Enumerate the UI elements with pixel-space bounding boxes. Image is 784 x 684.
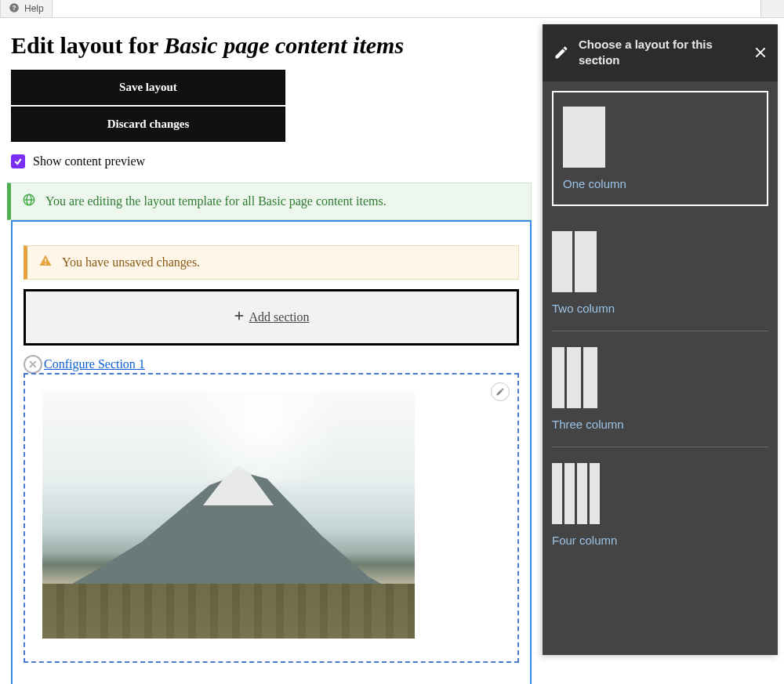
layout-option-label: Two column xyxy=(552,302,768,315)
help-tab[interactable]: ? Help xyxy=(0,0,53,17)
page-title: Edit layout for Basic page content items xyxy=(11,32,532,59)
layout-icon-2col xyxy=(552,231,768,292)
discard-changes-button[interactable]: Discard changes xyxy=(11,107,285,142)
plus-icon xyxy=(234,310,245,324)
layout-icon-1col xyxy=(563,107,757,168)
layout-options-list: One columnTwo columnThree columnFour col… xyxy=(543,81,778,572)
add-section-link[interactable]: Add section xyxy=(234,310,310,324)
save-layout-button[interactable]: Save layout xyxy=(11,70,285,105)
unsaved-warning: You have unsaved changes. xyxy=(24,245,519,280)
help-icon: ? xyxy=(9,2,20,16)
add-section-label: Add section xyxy=(249,310,310,324)
layout-icon-4col xyxy=(552,463,768,524)
page-title-prefix: Edit layout for xyxy=(11,32,164,58)
edit-block-button[interactable] xyxy=(491,382,510,401)
layout-option-label: One column xyxy=(563,177,757,190)
show-preview-label: Show content preview xyxy=(33,154,145,168)
remove-section-button[interactable]: ✕ xyxy=(24,355,42,374)
layout-option-label: Three column xyxy=(552,418,768,431)
status-text: You are editing the layout template for … xyxy=(45,194,387,208)
show-preview-checkbox[interactable] xyxy=(11,154,25,168)
svg-rect-6 xyxy=(45,263,46,265)
warning-text: You have unsaved changes. xyxy=(62,255,200,270)
layout-option-1col[interactable]: One column xyxy=(552,91,768,206)
page-title-italic: Basic page content items xyxy=(164,32,404,58)
layout-option-3col[interactable]: Three column xyxy=(552,331,768,447)
layout-option-label: Four column xyxy=(552,534,768,547)
pencil-icon xyxy=(495,387,505,396)
topbar-right-stub xyxy=(760,0,784,17)
section-header-row: ✕ Configure Section 1 xyxy=(24,355,519,374)
main-content: Edit layout for Basic page content items… xyxy=(0,18,543,684)
layout-option-4col[interactable]: Four column xyxy=(552,447,768,563)
status-info: You are editing the layout template for … xyxy=(7,183,532,220)
svg-text:?: ? xyxy=(13,4,16,11)
pencil-icon xyxy=(554,45,569,60)
help-label: Help xyxy=(24,3,44,14)
warning-icon xyxy=(38,254,53,271)
layout-chooser-panel: Choose a layout for this section One col… xyxy=(543,24,778,655)
layout-builder-region: You have unsaved changes. Add section ✕ … xyxy=(11,220,532,684)
svg-rect-5 xyxy=(45,259,46,262)
panel-title: Choose a layout for this section xyxy=(579,37,745,69)
top-toolbar: ? Help xyxy=(0,0,784,18)
layout-icon-3col xyxy=(552,347,768,408)
add-section-box[interactable]: Add section xyxy=(24,289,519,346)
configure-section-link[interactable]: Configure Section 1 xyxy=(44,357,145,371)
content-preview-image xyxy=(42,392,415,639)
svg-rect-8 xyxy=(234,315,243,317)
panel-header: Choose a layout for this section xyxy=(543,24,778,81)
layout-option-2col[interactable]: Two column xyxy=(552,215,768,331)
panel-close-button[interactable] xyxy=(754,46,767,59)
section-1-region[interactable] xyxy=(24,373,519,663)
action-buttons: Save layout Discard changes xyxy=(11,70,285,142)
globe-icon xyxy=(22,193,36,210)
show-preview-row: Show content preview xyxy=(11,154,532,168)
